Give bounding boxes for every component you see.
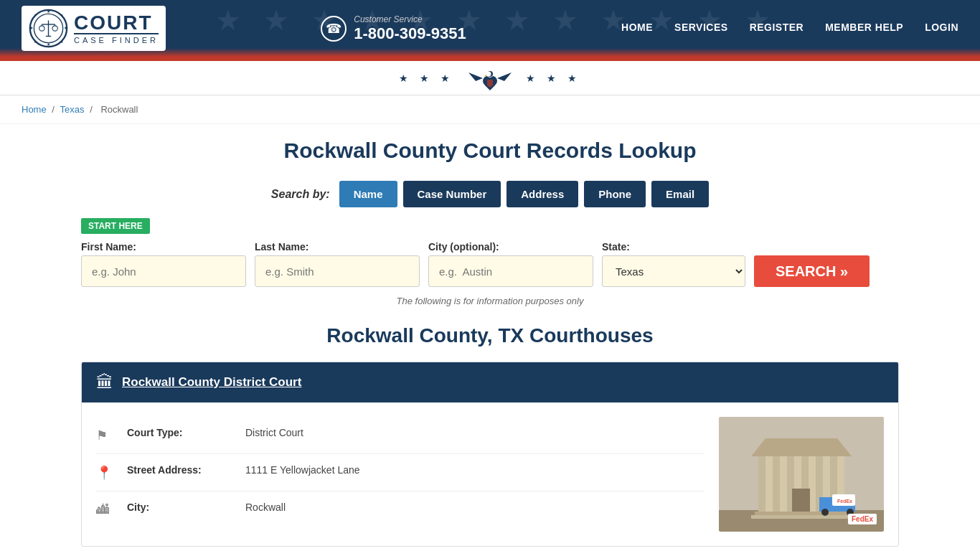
last-name-group: Last Name: <box>255 241 420 287</box>
courthouse-body: ⚑ Court Type: District Court 📍 Street Ad… <box>82 402 898 546</box>
courthouse-building-icon: 🏛 <box>96 372 113 392</box>
phone-icon: ☎ <box>321 16 347 42</box>
city-row-label: City: <box>127 501 235 513</box>
customer-service-label: Customer Service <box>354 14 466 24</box>
svg-text:★: ★ <box>47 9 50 14</box>
courthouse-building-svg: FedEx <box>719 417 884 532</box>
logo-area: ★ ★ ★ ★ ★ ★ ★ ★ <box>22 6 166 51</box>
courthouse-header: 🏛 Rockwall County District Court <box>82 362 898 402</box>
phone-area: ☎ Customer Service 1-800-309-9351 <box>321 14 466 43</box>
tab-phone[interactable]: Phone <box>584 181 646 207</box>
city-icon: 🏙 <box>96 501 116 517</box>
start-here-badge: START HERE <box>81 218 150 234</box>
search-by-label: Search by: <box>271 188 330 201</box>
tab-name[interactable]: Name <box>339 181 397 207</box>
first-name-label: First Name: <box>81 241 246 253</box>
courthouses-title: Rockwall County, TX Courthouses <box>81 324 899 347</box>
first-name-group: First Name: <box>81 241 246 287</box>
svg-marker-23 <box>497 72 512 81</box>
svg-rect-31 <box>780 456 787 514</box>
breadcrumb-state[interactable]: Texas <box>60 104 85 115</box>
court-type-icon: ⚑ <box>96 427 116 443</box>
last-name-input[interactable] <box>255 255 420 287</box>
svg-rect-30 <box>765 456 773 514</box>
search-by-row: Search by: Name Case Number Address Phon… <box>81 181 899 207</box>
nav-register[interactable]: REGISTER <box>750 22 804 36</box>
eagle-band: ★ ★ ★ ★ ★ ★ <box>0 57 980 95</box>
state-group: State: Texas Alabama Alaska Arizona Arka… <box>602 241 745 287</box>
state-select[interactable]: Texas Alabama Alaska Arizona Arkansas Ca… <box>602 255 745 287</box>
svg-point-12 <box>39 26 44 31</box>
search-button[interactable]: SEARCH » <box>754 255 870 287</box>
main-content: Rockwall County Court Records Lookup Sea… <box>60 124 920 551</box>
court-type-label: Court Type: <box>127 427 235 438</box>
svg-text:★: ★ <box>29 26 33 30</box>
address-value: 1111 E Yellowjacket Lane <box>245 464 360 476</box>
city-input[interactable] <box>428 255 593 287</box>
nav-services[interactable]: SERVICES <box>674 22 728 36</box>
breadcrumb-home[interactable]: Home <box>22 104 47 115</box>
court-type-row: ⚑ Court Type: District Court <box>96 417 705 454</box>
site-header: ★ ★ ★ ★ ★ ★ ★ ★ <box>0 0 980 57</box>
first-name-input[interactable] <box>81 255 246 287</box>
nav-login[interactable]: LOGIN <box>925 22 958 36</box>
courthouse-name-link[interactable]: Rockwall County District Court <box>122 375 301 390</box>
breadcrumb-sep-1: / <box>52 104 57 115</box>
address-pin-icon: 📍 <box>96 464 116 481</box>
svg-point-20 <box>486 72 491 77</box>
eagle-container: ★ ★ ★ ★ ★ ★ <box>0 65 980 95</box>
svg-marker-21 <box>484 75 486 76</box>
svg-rect-38 <box>751 515 852 519</box>
breadcrumb-city: Rockwall <box>100 104 138 115</box>
eagle-stars-left: ★ ★ ★ <box>399 72 454 84</box>
svg-point-43 <box>847 509 854 516</box>
nav-home[interactable]: HOME <box>621 22 653 36</box>
logo-text: COURT CASE FINDER <box>74 13 159 44</box>
svg-marker-29 <box>751 438 852 456</box>
last-name-label: Last Name: <box>255 241 420 253</box>
info-notice: The following is for information purpose… <box>81 296 899 306</box>
main-nav: HOME SERVICES REGISTER MEMBER HELP LOGIN <box>621 22 958 36</box>
svg-text:★: ★ <box>64 26 67 30</box>
address-row: 📍 Street Address: 1111 E Yellowjacket La… <box>96 454 705 491</box>
eagle-stars-right: ★ ★ ★ <box>526 72 581 84</box>
svg-rect-37 <box>755 512 848 515</box>
phone-number: 1-800-309-9351 <box>354 24 466 43</box>
eagle-icon <box>465 65 515 90</box>
courthouse-image: FedEx <box>719 417 884 532</box>
breadcrumb: Home / Texas / Rockwall <box>0 95 980 124</box>
tab-address[interactable]: Address <box>507 181 578 207</box>
svg-marker-22 <box>468 72 483 81</box>
tab-email[interactable]: Email <box>651 181 709 207</box>
state-label: State: <box>602 241 745 253</box>
tab-case-number[interactable]: Case Number <box>403 181 501 207</box>
courthouse-details: ⚑ Court Type: District Court 📍 Street Ad… <box>96 417 705 532</box>
court-type-value: District Court <box>245 427 303 438</box>
svg-text:★: ★ <box>47 42 50 47</box>
courthouse-card: 🏛 Rockwall County District Court ⚑ Court… <box>81 362 899 547</box>
page-title: Rockwall County Court Records Lookup <box>81 138 899 163</box>
logo-box: ★ ★ ★ ★ ★ ★ ★ ★ <box>22 6 166 51</box>
nav-member-help[interactable]: MEMBER HELP <box>825 22 903 36</box>
phone-info: Customer Service 1-800-309-9351 <box>354 14 466 43</box>
courthouse-img-bg: FedEx <box>719 417 884 532</box>
city-row: 🏙 City: Rockwall <box>96 491 705 527</box>
logo-court-text: COURT <box>74 13 159 33</box>
address-label: Street Address: <box>127 464 235 476</box>
breadcrumb-sep-2: / <box>90 104 95 115</box>
svg-point-42 <box>821 509 829 516</box>
logo-case-finder-text: CASE FINDER <box>74 33 159 44</box>
city-group: City (optional): <box>428 241 593 287</box>
city-row-value: Rockwall <box>245 501 286 513</box>
svg-rect-36 <box>792 489 810 514</box>
city-label: City (optional): <box>428 241 593 253</box>
svg-point-13 <box>52 26 57 31</box>
svg-text:FedEx: FedEx <box>837 499 852 504</box>
logo-seal-icon: ★ ★ ★ ★ ★ ★ ★ ★ <box>29 9 68 48</box>
search-form: First Name: Last Name: City (optional): … <box>81 241 899 287</box>
